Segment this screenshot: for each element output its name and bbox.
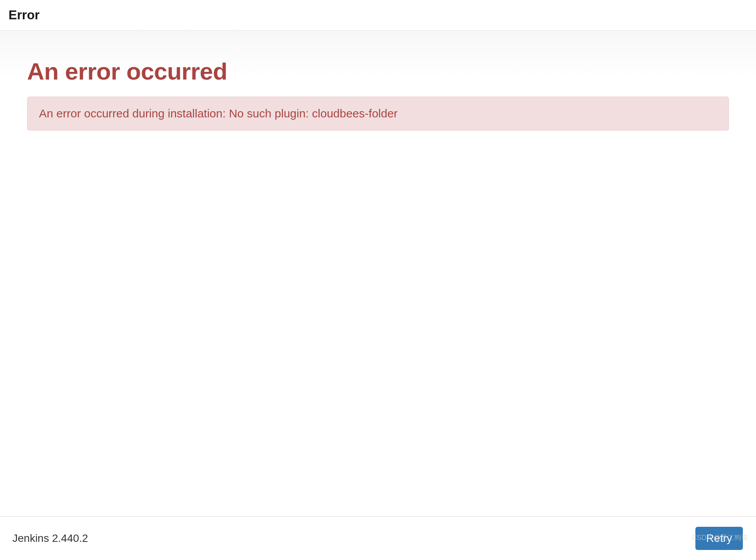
error-message: An error occurred during installation: N… xyxy=(39,107,398,120)
error-alert-box: An error occurred during installation: N… xyxy=(27,97,729,131)
page-footer: Jenkins 2.440.2 Retry xyxy=(0,516,756,560)
content-area: An error occurred An error occurred duri… xyxy=(0,31,756,516)
page-header: Error xyxy=(0,0,756,31)
version-label: Jenkins 2.440.2 xyxy=(12,532,88,545)
error-heading: An error occurred xyxy=(27,58,729,85)
retry-button[interactable]: Retry xyxy=(695,527,743,550)
page-title: Error xyxy=(8,8,748,22)
